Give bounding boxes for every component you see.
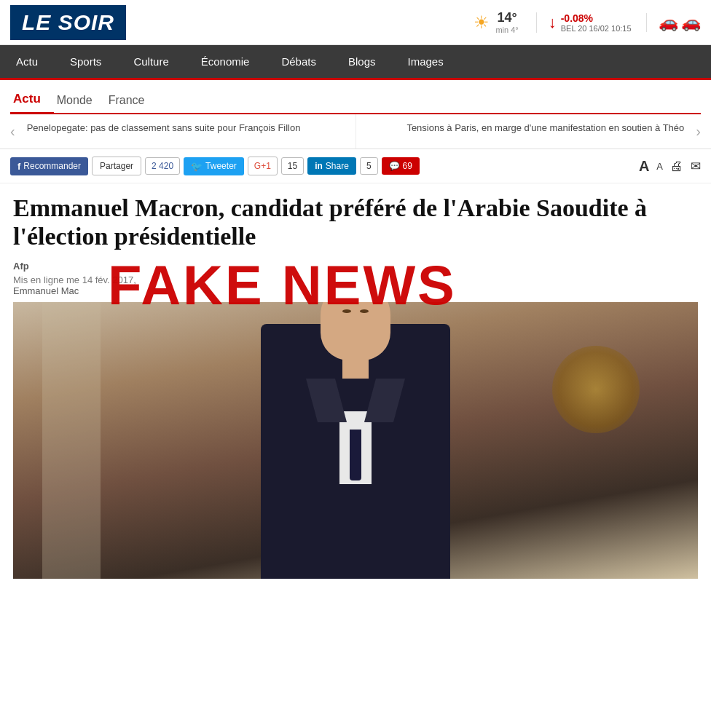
- article-headline: Emmanuel Macron, candidat préféré de l'A…: [13, 194, 698, 250]
- font-controls: A A 🖨 ✉: [639, 158, 701, 175]
- fake-news-label: FAKE NEWS: [108, 253, 457, 317]
- date-label: Mis en ligne me: [13, 274, 79, 285]
- comment-button[interactable]: 💬 69: [382, 157, 420, 175]
- header: LE SOIR ☀ 14° min 4° ↓ -0.08% BEL 20 16/…: [0, 0, 711, 45]
- article-navigation: ‹ Penelopegate: pas de classement sans s…: [0, 114, 711, 149]
- breadcrumb-bar: Actu Monde France: [0, 80, 711, 114]
- traffic-widget: 🚗 🚗: [646, 13, 701, 32]
- weather-widget: ☀ 14° min 4°: [474, 10, 518, 34]
- facebook-recommend-button[interactable]: f Recommander: [10, 157, 88, 175]
- email-button[interactable]: ✉: [691, 159, 701, 174]
- twitter-tweet-button[interactable]: 🐦 Tweeter: [184, 157, 244, 175]
- article-subject: Emmanuel Mac: [13, 285, 79, 296]
- nav-item-images[interactable]: Images: [392, 45, 460, 78]
- article-area: Emmanuel Macron, candidat préféré de l'A…: [0, 183, 711, 589]
- nav-item-blogs[interactable]: Blogs: [332, 45, 392, 78]
- weather-min: min 4°: [495, 25, 518, 34]
- gplus-button[interactable]: G+1: [248, 157, 278, 175]
- facebook-share-button[interactable]: Partager: [92, 157, 141, 175]
- weather-icon: ☀: [474, 12, 490, 33]
- facebook-icon: f: [17, 161, 20, 172]
- article-author: Afp: [13, 261, 29, 272]
- stock-value: -0.08%: [561, 12, 632, 24]
- traffic-icon: 🚗: [659, 13, 678, 31]
- main-nav: Actu Sports Culture Économie Débats Blog…: [0, 45, 711, 80]
- gplus-count-badge: 15: [281, 157, 304, 175]
- comment-count-label: 69: [403, 161, 412, 171]
- prev-arrow[interactable]: ‹: [6, 114, 20, 149]
- article-meta-area: Afp Mis en ligne me 14 fév. 2017, Emmanu…: [13, 259, 698, 296]
- logo-text: LE SOIR: [22, 10, 114, 34]
- fake-news-overlay: FAKE NEWS: [108, 253, 457, 317]
- share-count-badge: 2 420: [145, 157, 180, 175]
- recommend-label: Recommander: [23, 161, 81, 171]
- linkedin-share-button[interactable]: in Share: [307, 157, 356, 175]
- comment-icon: 💬: [389, 161, 400, 171]
- prev-article-link[interactable]: Penelopegate: pas de classement sans sui…: [20, 114, 356, 149]
- nav-item-economie[interactable]: Économie: [185, 45, 266, 78]
- nav-item-debats[interactable]: Débats: [265, 45, 332, 78]
- nav-item-actu[interactable]: Actu: [0, 45, 54, 78]
- share-label: Partager: [100, 161, 133, 171]
- next-article-link[interactable]: Tensions à Paris, en marge d'une manifes…: [356, 114, 692, 149]
- tab-france[interactable]: France: [106, 90, 158, 113]
- linkedin-label: Share: [326, 161, 349, 171]
- tweet-label: Tweeter: [205, 161, 237, 171]
- tab-actu[interactable]: Actu: [10, 87, 54, 114]
- breadcrumb-tabs: Actu Monde France: [10, 87, 701, 114]
- nav-item-sports[interactable]: Sports: [54, 45, 117, 78]
- print-button[interactable]: 🖨: [670, 159, 683, 174]
- logo[interactable]: LE SOIR: [10, 5, 126, 40]
- linkedin-count-badge: 5: [360, 157, 378, 175]
- font-size-large-button[interactable]: A: [639, 158, 649, 175]
- next-arrow[interactable]: ›: [691, 114, 705, 149]
- social-bar: f Recommander Partager 2 420 🐦 Tweeter G…: [0, 149, 711, 183]
- gplus-label: G+1: [254, 161, 271, 171]
- tab-monde[interactable]: Monde: [54, 90, 106, 113]
- stock-widget: ↓ -0.08% BEL 20 16/02 10:15: [536, 12, 632, 33]
- weather-temp: 14°: [497, 10, 516, 25]
- stock-down-icon: ↓: [549, 13, 557, 32]
- article-photo: [13, 302, 698, 579]
- nav-item-culture[interactable]: Culture: [117, 45, 184, 78]
- twitter-icon: 🐦: [191, 161, 203, 172]
- traffic-icon2: 🚗: [681, 13, 701, 31]
- linkedin-icon: in: [315, 161, 323, 171]
- stock-info: BEL 20 16/02 10:15: [561, 24, 632, 33]
- font-size-small-button[interactable]: A: [656, 161, 663, 172]
